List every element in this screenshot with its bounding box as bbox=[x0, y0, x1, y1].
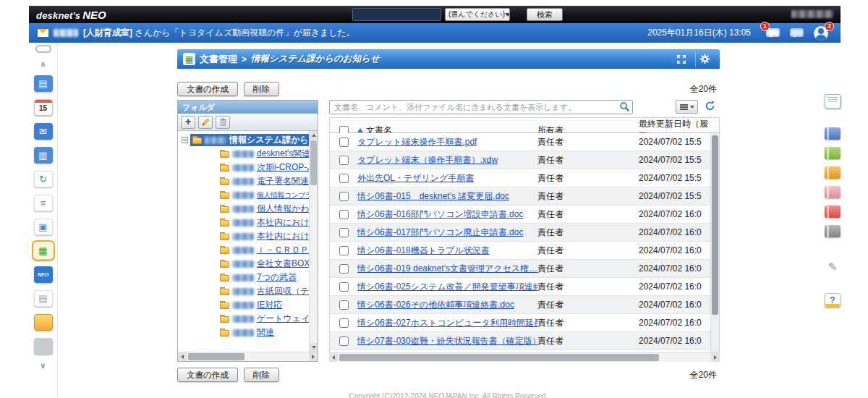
folder-link[interactable]: 本社内における書類様 bbox=[257, 216, 315, 229]
row-checkbox[interactable] bbox=[339, 156, 349, 165]
folder-item[interactable]: 古紙回収（テスト） bbox=[178, 284, 318, 298]
folder-item[interactable]: 個人情報コンプライアンスマニ bbox=[178, 188, 318, 202]
scroll-left-arrow-icon[interactable] bbox=[178, 352, 187, 361]
folder-link[interactable]: 個人情報コンプライアンスマニ bbox=[257, 190, 315, 200]
delete-folder-icon[interactable] bbox=[216, 116, 230, 129]
folder-item[interactable]: 次期i-CROP-J関連 bbox=[178, 161, 318, 174]
folder-link[interactable]: desknet's関連 bbox=[257, 148, 310, 160]
table-row[interactable]: 情シ06書-015 desknet's 諸変更届.doc 責任者 2024/07… bbox=[330, 187, 719, 206]
row-checkbox[interactable] bbox=[339, 300, 349, 310]
neo-app-icon[interactable]: NEO bbox=[34, 266, 53, 283]
row-checkbox[interactable] bbox=[339, 192, 349, 201]
document-horizontal-scrollbar[interactable] bbox=[329, 352, 720, 362]
search-icon[interactable] bbox=[618, 101, 631, 113]
folder-horizontal-scrollbar[interactable] bbox=[178, 352, 318, 361]
notification-message[interactable]: [人財育成室] さんから「トヨタイムズ動画視聴の件」が届きました。 bbox=[83, 27, 355, 39]
logo[interactable]: desknet's NEO bbox=[36, 9, 106, 21]
scrollbar-thumb[interactable] bbox=[339, 354, 659, 361]
copy-documents-icon[interactable] bbox=[825, 94, 841, 109]
folder-item[interactable]: 関連 bbox=[178, 326, 318, 339]
document-link[interactable]: 情シ06書-025システム改善／開発要望事項連絡書… bbox=[357, 281, 537, 293]
webmail-icon[interactable]: ✉ bbox=[34, 123, 53, 140]
list-options-button[interactable] bbox=[676, 100, 698, 114]
folder-item[interactable]: 個人情報かわら版（ノ bbox=[178, 202, 318, 216]
folder-link[interactable]: 電子署名関連 bbox=[257, 175, 309, 187]
tree-expander-icon[interactable] bbox=[182, 137, 188, 143]
row-checkbox[interactable] bbox=[339, 318, 349, 328]
table-row[interactable]: 情シ06書-016部門パソコン増設申請書.doc 責任者 2024/07/02 … bbox=[330, 206, 719, 224]
document-link[interactable]: タブレット端末（操作手順書）.xdw bbox=[357, 154, 537, 166]
label-green-icon[interactable] bbox=[825, 147, 841, 159]
folder-link[interactable]: ゲートウェイ多要素認 bbox=[257, 313, 315, 325]
table-row[interactable]: 情シ06書-027ホストコンピュータ利用時間延長申請書… 責任者 2024/07… bbox=[330, 314, 719, 332]
portal-icon[interactable]: ▤ bbox=[34, 75, 53, 92]
cabinet-icon[interactable]: ▤ bbox=[34, 290, 53, 307]
notification-sender[interactable]: [人財育成室] bbox=[83, 27, 132, 38]
folder-link[interactable]: ｉ－ＣＲＯＰ－Ｊ関連 bbox=[257, 244, 315, 256]
scroll-right-arrow-icon[interactable] bbox=[711, 353, 720, 362]
folder-item[interactable]: desknet's関連 bbox=[178, 147, 318, 161]
document-link[interactable]: 情シ06書-027ホストコンピュータ利用時間延長申請書… bbox=[357, 317, 537, 329]
inactive-app-icon[interactable] bbox=[34, 338, 53, 355]
row-checkbox[interactable] bbox=[339, 174, 349, 183]
search-scope-select[interactable]: (選んでください) bbox=[445, 8, 510, 21]
scroll-up-icon[interactable]: ∧ bbox=[34, 60, 53, 68]
document-link[interactable]: 情シ06書-015 desknet's 諸変更届.doc bbox=[357, 190, 537, 203]
document-link[interactable]: 情シ06書-019 deaknet's文書管理アクセス権… bbox=[357, 263, 537, 275]
row-checkbox[interactable] bbox=[339, 137, 349, 147]
table-row[interactable]: 外出先OL・テザリング手順書 責任者 2024/07/02 15:5 bbox=[330, 169, 719, 187]
document-search-input[interactable] bbox=[329, 100, 633, 114]
folder-item[interactable]: ｉ－ＣＲＯＰ－Ｊ関連 bbox=[178, 243, 318, 257]
folder-link[interactable]: IE対応 bbox=[257, 299, 282, 311]
row-checkbox[interactable] bbox=[339, 228, 349, 237]
circulation-icon[interactable]: ↻ bbox=[34, 171, 53, 187]
scroll-up-arrow-icon[interactable] bbox=[310, 131, 318, 140]
row-checkbox[interactable] bbox=[339, 282, 349, 292]
help-icon[interactable]: ? bbox=[825, 293, 841, 308]
table-row[interactable]: 情シ06書-019 deaknet's文書管理アクセス権… 責任者 2024/0… bbox=[330, 260, 719, 278]
document-link[interactable]: 情シ06書-016部門パソコン増設申請書.doc bbox=[357, 208, 537, 221]
folder-item[interactable]: 本社内における書類様 bbox=[178, 216, 318, 229]
folder-vertical-scrollbar[interactable] bbox=[309, 131, 318, 352]
folder-item[interactable]: 全社文書BOX2 i-CR bbox=[178, 257, 318, 271]
fullscreen-icon[interactable] bbox=[672, 51, 691, 67]
add-folder-icon[interactable] bbox=[181, 116, 195, 129]
user-icon[interactable]: 2 bbox=[813, 26, 829, 41]
label-red-icon[interactable] bbox=[825, 206, 841, 218]
table-row[interactable]: タブレット端末（操作手順書）.xdw 責任者 2024/07/02 15:5 bbox=[330, 151, 719, 169]
folder-link[interactable]: 次期i-CROP-J関連 bbox=[257, 161, 315, 174]
settings-gear-icon[interactable] bbox=[695, 51, 714, 67]
scroll-down-arrow-icon[interactable] bbox=[310, 343, 318, 352]
table-row[interactable]: 情シ06書-017部門パソコン廃止申請書.doc 責任者 2024/07/02 … bbox=[330, 224, 719, 242]
delete-button[interactable]: 削除 bbox=[244, 82, 279, 96]
folder-app-icon[interactable] bbox=[34, 314, 53, 331]
folder-link[interactable]: 7つの武器 bbox=[257, 271, 297, 284]
table-row[interactable]: 情シ07書-030盗難・紛失状況報告書（確定版）… 責任者 2024/07/02… bbox=[330, 332, 719, 350]
folder-link[interactable]: 情報システム課からのお知 bbox=[229, 134, 307, 146]
refresh-icon[interactable] bbox=[702, 101, 717, 114]
document-link[interactable]: 外出先OL・テザリング手順書 bbox=[357, 172, 537, 185]
label-blue-icon[interactable] bbox=[825, 127, 841, 140]
sidebar-collapse-icon[interactable] bbox=[35, 45, 51, 53]
document-link[interactable]: 情シ06書-018機器トラブル状況書 bbox=[357, 245, 537, 257]
folder-link[interactable]: 個人情報かわら版（ノ bbox=[257, 203, 315, 215]
search-button[interactable]: 検索 bbox=[527, 8, 563, 21]
folder-item[interactable]: 情報システム課からのお知 bbox=[178, 133, 318, 147]
scroll-left-arrow-icon[interactable] bbox=[329, 353, 338, 362]
row-checkbox[interactable] bbox=[339, 336, 349, 346]
folder-link[interactable]: 本社内における書類様 bbox=[257, 230, 315, 242]
folder-item[interactable]: 本社内における書類様 bbox=[178, 229, 318, 243]
folder-link[interactable]: 関連 bbox=[257, 326, 274, 339]
label-orange-icon[interactable] bbox=[825, 166, 841, 179]
folder-link[interactable]: 古紙回収（テスト） bbox=[257, 285, 315, 297]
document-link[interactable]: 情シ06書-026その他依頼事項連絡書.doc bbox=[357, 299, 537, 311]
edit-folder-icon[interactable] bbox=[198, 116, 213, 129]
scroll-down-icon[interactable]: ∨ bbox=[34, 362, 53, 370]
table-row[interactable]: 情シ06書-018機器トラブル状況書 責任者 2024/07/02 16:0 bbox=[330, 242, 719, 260]
folder-item[interactable]: ゲートウェイ多要素認 bbox=[178, 312, 318, 326]
sort-asc-icon[interactable] bbox=[357, 125, 363, 132]
row-checkbox[interactable] bbox=[339, 210, 349, 219]
global-search-input[interactable] bbox=[352, 8, 441, 21]
breadcrumb-app[interactable]: 文書管理 bbox=[200, 53, 237, 66]
scrollbar-thumb[interactable] bbox=[188, 353, 244, 360]
